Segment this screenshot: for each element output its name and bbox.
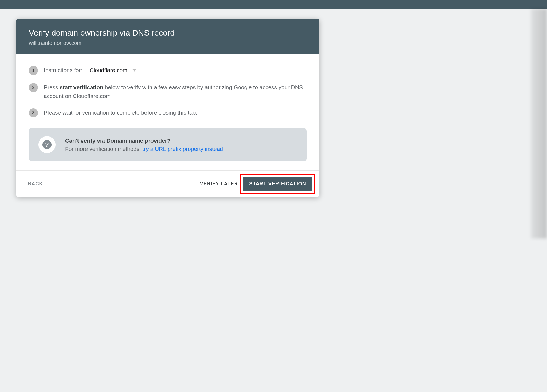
step-1: 1 Instructions for: Cloudflare.com [29, 66, 307, 75]
chevron-down-icon [132, 69, 136, 72]
step-1-content: Instructions for: Cloudflare.com [44, 66, 136, 75]
alternate-method-heading: Can't verify via Domain name provider? [65, 136, 223, 145]
help-icon: ? [42, 140, 52, 149]
alternate-method-sub: For more verification methods, [65, 146, 142, 152]
alternate-method-panel: ? Can't verify via Domain name provider?… [29, 128, 307, 161]
dialog-header: Verify domain ownership via DNS record w… [16, 19, 319, 54]
step-badge-3: 3 [29, 108, 38, 117]
step-2-content: Press start verification below to verify… [44, 83, 307, 100]
start-verification-button[interactable]: START VERIFICATION [243, 177, 312, 191]
step-badge-2: 2 [29, 83, 38, 92]
verify-domain-dialog: Verify domain ownership via DNS record w… [16, 19, 319, 197]
verify-later-button[interactable]: VERIFY LATER [195, 177, 243, 190]
page-top-bar [0, 0, 547, 9]
step-badge-1: 1 [29, 66, 38, 75]
provider-dropdown[interactable]: Cloudflare.com [89, 66, 136, 75]
dialog-body: 1 Instructions for: Cloudflare.com 2 Pre… [16, 54, 319, 170]
backdrop-shadow [531, 9, 547, 238]
provider-selected: Cloudflare.com [89, 66, 127, 75]
instructions-for-label: Instructions for: [44, 67, 82, 73]
step-3-content: Please wait for verification to complete… [44, 108, 197, 117]
step-2: 2 Press start verification below to veri… [29, 83, 307, 100]
dialog-title: Verify domain ownership via DNS record [29, 28, 307, 37]
dialog-footer: BACK VERIFY LATER START VERIFICATION [16, 170, 319, 197]
step-2-bold: start verification [60, 84, 103, 90]
alternate-method-text: Can't verify via Domain name provider? F… [65, 136, 223, 153]
dialog-domain: willitraintomorrow.com [29, 40, 307, 46]
step-2-pre: Press [44, 84, 60, 90]
step-3: 3 Please wait for verification to comple… [29, 108, 307, 117]
help-chip: ? [38, 136, 56, 153]
back-button[interactable]: BACK [23, 177, 48, 190]
url-prefix-link[interactable]: try a URL prefix property instead [142, 146, 223, 152]
